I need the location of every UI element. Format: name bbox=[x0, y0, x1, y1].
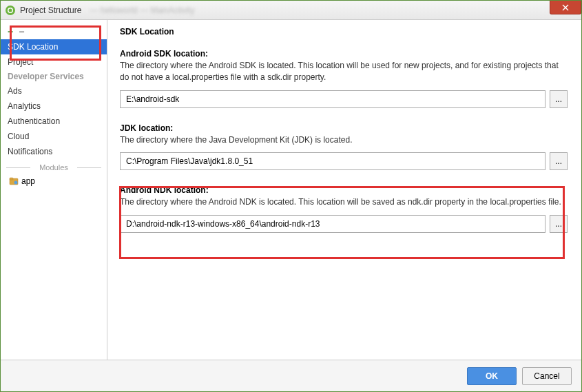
cancel-button[interactable]: Cancel bbox=[522, 367, 572, 385]
sidebar-item-label: Project bbox=[8, 57, 33, 67]
sidebar-item-label: Cloud bbox=[8, 132, 29, 141]
sidebar-item-cloud[interactable]: Cloud bbox=[1, 129, 107, 144]
module-label: app bbox=[21, 176, 35, 186]
sidebar-heading-dev-services: Developer Services bbox=[1, 70, 107, 83]
sidebar-item-analytics[interactable]: Analytics bbox=[1, 99, 107, 114]
window-title: Project Structure bbox=[20, 6, 81, 15]
app-icon bbox=[5, 5, 16, 16]
sdk-description: The directory where the Android SDK is l… bbox=[120, 60, 568, 83]
jdk-path-input[interactable] bbox=[120, 152, 545, 170]
sidebar-item-label: SDK Location bbox=[8, 42, 58, 52]
svg-point-7 bbox=[14, 181, 18, 185]
svg-point-2 bbox=[9, 8, 12, 12]
sdk-browse-button[interactable]: ... bbox=[550, 90, 568, 108]
sidebar-item-label: Ads bbox=[8, 86, 22, 96]
ndk-path-input[interactable] bbox=[120, 215, 545, 233]
sidebar-item-ads[interactable]: Ads bbox=[1, 83, 107, 99]
sidebar-toolbar: + − bbox=[1, 25, 107, 38]
ndk-heading: Android NDK location: bbox=[120, 185, 568, 195]
window-subtitle-blur: — helloworld — MainActivity bbox=[90, 6, 194, 15]
ndk-description: The directory where the Android NDK is l… bbox=[120, 196, 568, 208]
page-title: SDK Location bbox=[120, 27, 568, 37]
svg-rect-6 bbox=[10, 178, 13, 180]
sidebar-item-authentication[interactable]: Authentication bbox=[1, 114, 107, 129]
module-icon bbox=[9, 176, 19, 186]
close-icon bbox=[562, 4, 569, 11]
sidebar-item-label: Notifications bbox=[8, 147, 52, 156]
sdk-path-input[interactable] bbox=[120, 90, 545, 108]
content-pane: SDK Location Android SDK location: The d… bbox=[107, 20, 581, 360]
sidebar: + − SDK Location Project Developer Servi… bbox=[1, 20, 107, 360]
sidebar-heading-modules: Modules bbox=[6, 163, 101, 172]
ndk-browse-button[interactable]: ... bbox=[550, 215, 568, 233]
jdk-description: The directory where the Java Development… bbox=[120, 134, 568, 146]
sidebar-item-project[interactable]: Project bbox=[1, 54, 107, 70]
remove-icon[interactable]: − bbox=[19, 26, 24, 37]
titlebar: Project Structure — helloworld — MainAct… bbox=[1, 1, 581, 20]
jdk-heading: JDK location: bbox=[120, 123, 568, 133]
sdk-heading: Android SDK location: bbox=[120, 49, 568, 59]
ok-button[interactable]: OK bbox=[467, 367, 517, 385]
sidebar-item-notifications[interactable]: Notifications bbox=[1, 144, 107, 159]
sidebar-item-label: Analytics bbox=[8, 101, 41, 111]
sidebar-item-sdk-location[interactable]: SDK Location bbox=[1, 39, 107, 54]
close-button[interactable] bbox=[550, 1, 581, 14]
dialog-footer: OK Cancel bbox=[1, 360, 581, 391]
add-icon[interactable]: + bbox=[8, 26, 13, 37]
sidebar-item-label: Authentication bbox=[8, 116, 60, 126]
sidebar-module-app[interactable]: app bbox=[6, 174, 101, 188]
jdk-browse-button[interactable]: ... bbox=[550, 152, 568, 170]
